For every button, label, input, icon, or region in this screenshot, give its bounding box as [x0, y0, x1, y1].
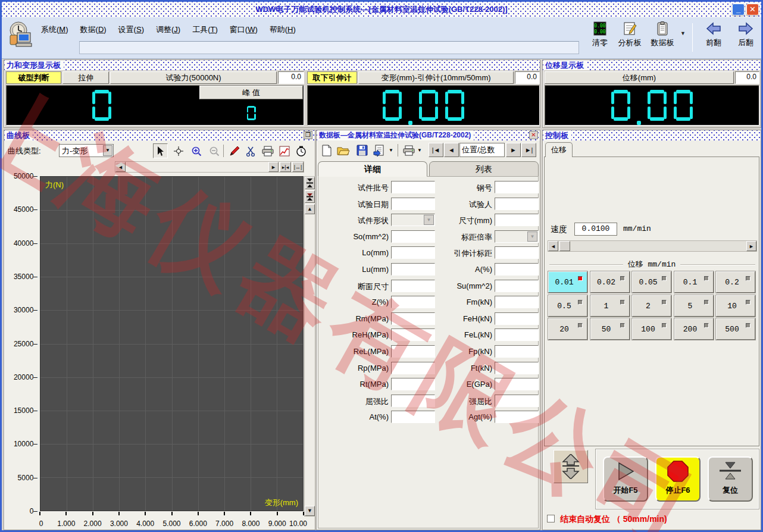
tab-detail[interactable]: 详细	[318, 161, 427, 177]
analysis-board-button[interactable]: 分析板	[615, 21, 644, 54]
speed-preset-button[interactable]: 50	[590, 318, 630, 340]
field-input[interactable]	[495, 280, 539, 292]
slider-left-icon[interactable]: ◄	[548, 241, 558, 251]
break-judge-button[interactable]: 破型判断	[6, 71, 61, 84]
page-next-button[interactable]: 后翻	[731, 21, 760, 54]
zoom-in-tool-button[interactable]	[189, 143, 204, 158]
tab-displacement[interactable]: 位移	[545, 142, 573, 157]
speed-preset-button[interactable]: 0.05	[632, 271, 671, 293]
speed-preset-button[interactable]: 100	[632, 318, 671, 340]
force-channel-bar[interactable]: 试验力(50000N)	[110, 71, 277, 84]
expand-y-icon[interactable]	[305, 190, 315, 203]
chart-plot-area[interactable]: 力(N) 变形(mm)	[40, 176, 304, 511]
menu-item[interactable]: 工具(T)	[186, 22, 224, 37]
field-input[interactable]	[495, 198, 539, 210]
chart-vscrollbar[interactable]: ▲ ▼	[304, 176, 315, 517]
field-input[interactable]	[495, 263, 539, 276]
field-input[interactable]	[495, 328, 539, 341]
compress-y-icon[interactable]	[305, 177, 315, 189]
nav-next-button[interactable]: ►	[506, 143, 521, 157]
disp-channel-bar[interactable]: 位移(mm)	[545, 71, 734, 84]
speed-input[interactable]: 0.0100	[574, 223, 617, 236]
page-prev-button[interactable]: 前翻	[699, 21, 728, 54]
menu-item[interactable]: 系统(M)	[35, 22, 74, 37]
field-input[interactable]	[495, 378, 539, 390]
speed-preset-button[interactable]: 10	[716, 295, 755, 317]
menu-item[interactable]: 调整(J)	[150, 22, 186, 37]
field-input[interactable]	[495, 214, 539, 226]
speed-preset-button[interactable]: 5	[674, 295, 714, 317]
slider-thumb[interactable]	[559, 241, 570, 251]
toolbar-dropdown-arrow[interactable]: ▼	[680, 30, 686, 36]
restore-window-icon[interactable]: ❐	[304, 131, 312, 139]
menu-item[interactable]: 数据(D)	[74, 22, 112, 37]
nav-last-button[interactable]: ►|	[521, 143, 536, 157]
deform-channel-bar[interactable]: 变形(mm)-引伸计(10mm/50mm)	[358, 71, 514, 84]
zoom-out-tool-button[interactable]	[207, 143, 221, 158]
jog-button[interactable]	[554, 450, 588, 483]
menu-item[interactable]: 窗口(W)	[224, 22, 264, 37]
chevron-down-icon[interactable]: ▼	[527, 231, 537, 242]
field-input[interactable]	[495, 345, 539, 358]
field-input[interactable]	[495, 312, 539, 325]
pen-tool-button[interactable]	[227, 143, 242, 158]
field-input[interactable]	[495, 395, 539, 407]
chevron-down-icon[interactable]: ▼	[103, 145, 112, 156]
speed-preset-button[interactable]: 0.2	[716, 271, 755, 293]
save-button[interactable]	[355, 143, 370, 158]
save-dropdown-arrow[interactable]: ▼	[387, 143, 395, 158]
curve-type-select[interactable]: 力-变形 ▼	[59, 144, 114, 157]
print-curve-button[interactable]	[260, 143, 275, 158]
data-panel-close-icon[interactable]: ✕	[529, 131, 538, 139]
speed-preset-button[interactable]: 0.01	[548, 271, 587, 293]
speed-preset-button[interactable]: 0.1	[674, 271, 714, 293]
expand-x-icon[interactable]: |↔|	[292, 162, 304, 172]
hscroll-right-icon[interactable]: ►	[268, 162, 279, 172]
reset-button[interactable]: 复位	[708, 456, 753, 502]
speed-preset-button[interactable]: 1	[590, 295, 630, 317]
field-input[interactable]	[495, 181, 539, 193]
minimize-button[interactable]: _	[732, 4, 745, 15]
field-combobox[interactable]: ▼	[495, 230, 539, 243]
curve-chart-button[interactable]	[277, 143, 292, 158]
open-file-button[interactable]	[336, 143, 351, 158]
cut-tool-button[interactable]	[243, 143, 258, 158]
menu-item[interactable]: 帮助(H)	[264, 22, 302, 37]
speed-preset-button[interactable]: 200	[674, 318, 714, 340]
field-input[interactable]	[495, 362, 539, 374]
slider-right-icon[interactable]: ►	[746, 241, 756, 251]
field-input[interactable]	[495, 296, 539, 308]
tab-list[interactable]: 列表	[429, 161, 539, 177]
menu-item[interactable]: 设置(S)	[112, 22, 150, 37]
start-button[interactable]: 开始F5	[603, 456, 648, 502]
speed-slider[interactable]: ◄ ►	[548, 240, 757, 252]
crosshair-tool-button[interactable]	[171, 143, 186, 158]
close-button[interactable]: ✕	[746, 4, 759, 15]
compress-x-icon[interactable]: ▸|◂	[280, 162, 291, 172]
vscroll-up-icon[interactable]: ▲	[305, 204, 315, 214]
print-dropdown-arrow[interactable]: ▼	[415, 143, 424, 158]
chart-hscrollbar[interactable]: ◄ ► ▸|◂ |↔|	[115, 161, 304, 173]
vscroll-down-icon[interactable]: ▼	[305, 506, 315, 516]
timer-button[interactable]	[293, 143, 308, 158]
peak-button[interactable]: 峰 值	[199, 86, 303, 99]
auto-reset-checkbox[interactable]	[547, 515, 555, 522]
speed-preset-button[interactable]: 0.5	[548, 295, 587, 317]
stop-button[interactable]: 停止F6	[655, 456, 701, 502]
export-report-button[interactable]	[371, 143, 386, 158]
new-file-button[interactable]	[319, 143, 334, 158]
field-input[interactable]	[495, 246, 539, 259]
mode-button[interactable]: 拉伸	[62, 71, 109, 84]
nav-prev-button[interactable]: ◄	[444, 143, 459, 157]
data-board-button[interactable]: 数据板	[648, 21, 677, 54]
nav-first-button[interactable]: |◄	[429, 143, 443, 157]
clear-zero-button[interactable]: 0.00 0.00 清零	[586, 21, 614, 54]
speed-preset-button[interactable]: 20	[548, 318, 587, 340]
field-input[interactable]	[495, 411, 539, 423]
speed-preset-button[interactable]: 2	[632, 295, 671, 317]
hscroll-left-icon[interactable]: ◄	[115, 162, 126, 172]
remove-extensometer-button[interactable]: 取下引伸计	[307, 71, 357, 84]
speed-preset-button[interactable]: 500	[716, 318, 755, 340]
print-report-button[interactable]	[401, 143, 416, 158]
speed-preset-button[interactable]: 0.02	[590, 271, 630, 293]
